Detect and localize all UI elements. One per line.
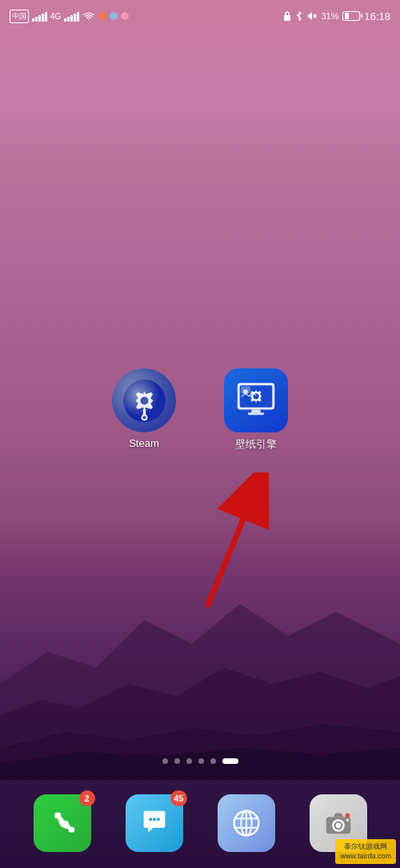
dock-browser[interactable] <box>218 794 275 852</box>
messages-icon: 45 <box>126 794 183 852</box>
svg-point-19 <box>156 818 159 821</box>
network-type: 4G <box>50 12 61 21</box>
dot-1 <box>162 758 168 764</box>
battery-icon <box>342 11 360 21</box>
steam-app[interactable]: Steam <box>112 368 176 452</box>
svg-point-29 <box>345 814 350 818</box>
phone-icon: 2 <box>34 794 91 852</box>
dot-3 <box>186 758 192 764</box>
wallpaper-engine-icon <box>224 368 288 432</box>
wallpaper-engine-app[interactable]: 壁纸引擎 <box>224 368 288 452</box>
svg-point-27 <box>335 823 341 829</box>
status-left: 中国 4G <box>10 10 129 23</box>
watermark-line2: www.tairda.com <box>340 851 391 862</box>
mountain-silhouette <box>0 540 400 780</box>
svg-point-17 <box>149 818 152 821</box>
dock-phone[interactable]: 2 <box>34 794 91 852</box>
svg-point-18 <box>153 818 156 821</box>
wallpaper-engine-label: 壁纸引擎 <box>235 437 277 452</box>
watermark: 泰尔钛游戏网 www.tairda.com <box>335 839 396 864</box>
page-dots <box>0 758 400 764</box>
signal-bars <box>32 10 47 22</box>
steam-label: Steam <box>129 437 159 449</box>
dot-5 <box>210 758 216 764</box>
dock-messages[interactable]: 45 <box>126 794 183 852</box>
messages-badge: 45 <box>170 790 186 806</box>
svg-rect-13 <box>248 412 264 415</box>
lock-icon <box>283 11 291 22</box>
browser-icon <box>218 794 275 852</box>
bluetooth-icon <box>295 10 303 22</box>
steam-icon <box>112 368 176 432</box>
status-bar: 中国 4G <box>0 0 400 32</box>
app-grid: Steam 壁纸引擎 <box>0 368 400 452</box>
svg-rect-12 <box>251 410 261 413</box>
clock: 16:18 <box>364 10 390 22</box>
dot-6-active <box>222 758 238 764</box>
svg-rect-0 <box>284 15 290 21</box>
sound-off-icon <box>307 11 317 21</box>
svg-point-28 <box>346 818 349 822</box>
phone-badge: 2 <box>79 790 95 806</box>
dot-2 <box>174 758 180 764</box>
watermark-line1: 泰尔钛游戏网 <box>340 842 391 852</box>
dot-4 <box>198 758 204 764</box>
signal-bars-2 <box>64 10 79 22</box>
status-right: 31% 16:18 <box>283 10 390 22</box>
wifi-icon <box>82 10 95 22</box>
svg-point-7 <box>142 416 146 419</box>
svg-point-4 <box>140 396 148 404</box>
battery-percent: 31% <box>321 11 338 21</box>
sim-indicator: 中国 <box>10 10 29 23</box>
